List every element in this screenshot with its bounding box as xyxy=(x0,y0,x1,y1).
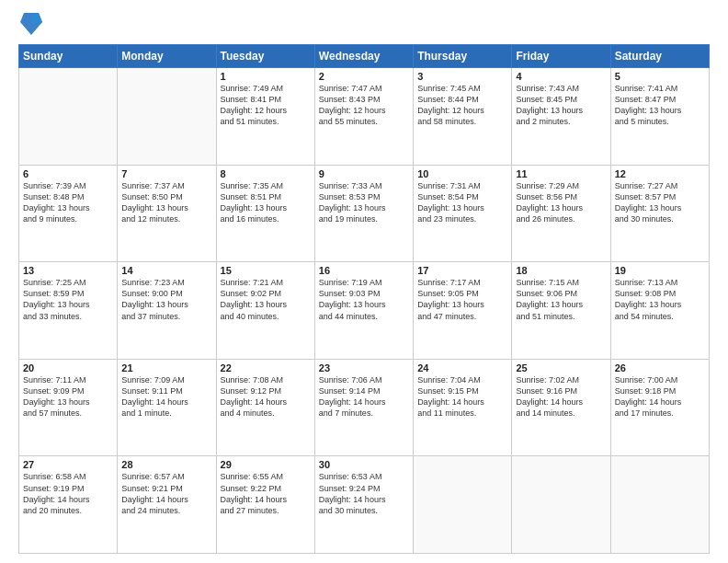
calendar-cell: 18Sunrise: 7:15 AM Sunset: 9:06 PM Dayli… xyxy=(512,262,610,360)
calendar-cell: 17Sunrise: 7:17 AM Sunset: 9:05 PM Dayli… xyxy=(414,262,512,360)
day-info: Sunrise: 7:27 AM Sunset: 8:57 PM Dayligh… xyxy=(615,180,705,225)
calendar-week-row: 1Sunrise: 7:49 AM Sunset: 8:41 PM Daylig… xyxy=(19,68,710,166)
calendar-cell: 11Sunrise: 7:29 AM Sunset: 8:56 PM Dayli… xyxy=(512,165,610,262)
day-number: 16 xyxy=(319,265,409,276)
weekday-header-row: Sunday Monday Tuesday Wednesday Thursday… xyxy=(19,45,710,68)
calendar-week-row: 6Sunrise: 7:39 AM Sunset: 8:48 PM Daylig… xyxy=(19,165,710,262)
day-info: Sunrise: 7:17 AM Sunset: 9:05 PM Dayligh… xyxy=(417,277,507,322)
day-number: 22 xyxy=(221,362,311,373)
calendar-cell: 23Sunrise: 7:06 AM Sunset: 9:14 PM Dayli… xyxy=(314,359,413,456)
day-number: 29 xyxy=(221,459,311,470)
day-number: 5 xyxy=(615,71,705,82)
day-info: Sunrise: 7:43 AM Sunset: 8:45 PM Dayligh… xyxy=(516,83,606,128)
calendar-cell: 10Sunrise: 7:31 AM Sunset: 8:54 PM Dayli… xyxy=(414,165,512,262)
day-info: Sunrise: 7:41 AM Sunset: 8:47 PM Dayligh… xyxy=(615,83,705,128)
calendar-cell: 22Sunrise: 7:08 AM Sunset: 9:12 PM Dayli… xyxy=(216,359,314,456)
day-info: Sunrise: 7:06 AM Sunset: 9:14 PM Dayligh… xyxy=(319,374,409,419)
logo xyxy=(18,17,42,35)
header-sunday: Sunday xyxy=(19,45,118,68)
calendar-cell: 26Sunrise: 7:00 AM Sunset: 9:18 PM Dayli… xyxy=(610,359,709,456)
day-number: 18 xyxy=(516,265,606,276)
header-monday: Monday xyxy=(118,45,216,68)
calendar-cell: 12Sunrise: 7:27 AM Sunset: 8:57 PM Dayli… xyxy=(610,165,709,262)
day-number: 8 xyxy=(221,168,311,179)
day-info: Sunrise: 7:35 AM Sunset: 8:51 PM Dayligh… xyxy=(221,180,311,225)
calendar-cell: 13Sunrise: 7:25 AM Sunset: 8:59 PM Dayli… xyxy=(19,262,118,360)
day-info: Sunrise: 7:33 AM Sunset: 8:53 PM Dayligh… xyxy=(319,180,409,225)
calendar-cell xyxy=(512,456,610,554)
calendar-cell: 2Sunrise: 7:47 AM Sunset: 8:43 PM Daylig… xyxy=(314,68,413,166)
header-saturday: Saturday xyxy=(610,45,709,68)
calendar-cell: 27Sunrise: 6:58 AM Sunset: 9:19 PM Dayli… xyxy=(19,456,118,554)
day-info: Sunrise: 7:09 AM Sunset: 9:11 PM Dayligh… xyxy=(121,374,211,419)
calendar-cell: 1Sunrise: 7:49 AM Sunset: 8:41 PM Daylig… xyxy=(216,68,314,166)
header-tuesday: Tuesday xyxy=(216,45,314,68)
day-info: Sunrise: 7:11 AM Sunset: 9:09 PM Dayligh… xyxy=(23,374,113,419)
day-number: 2 xyxy=(319,71,409,82)
calendar-cell: 4Sunrise: 7:43 AM Sunset: 8:45 PM Daylig… xyxy=(512,68,610,166)
day-number: 27 xyxy=(23,459,113,470)
day-number: 7 xyxy=(121,168,211,179)
calendar-table: Sunday Monday Tuesday Wednesday Thursday… xyxy=(18,44,710,554)
day-info: Sunrise: 6:58 AM Sunset: 9:19 PM Dayligh… xyxy=(23,471,113,516)
calendar-cell: 20Sunrise: 7:11 AM Sunset: 9:09 PM Dayli… xyxy=(19,359,118,456)
day-number: 17 xyxy=(417,265,507,276)
calendar-cell: 5Sunrise: 7:41 AM Sunset: 8:47 PM Daylig… xyxy=(610,68,709,166)
day-number: 15 xyxy=(221,265,311,276)
day-info: Sunrise: 7:04 AM Sunset: 9:15 PM Dayligh… xyxy=(417,374,507,419)
day-info: Sunrise: 7:21 AM Sunset: 9:02 PM Dayligh… xyxy=(221,277,311,322)
calendar-cell xyxy=(118,68,216,166)
day-number: 10 xyxy=(417,168,507,179)
calendar-cell: 30Sunrise: 6:53 AM Sunset: 9:24 PM Dayli… xyxy=(314,456,413,554)
header-thursday: Thursday xyxy=(414,45,512,68)
calendar-cell: 6Sunrise: 7:39 AM Sunset: 8:48 PM Daylig… xyxy=(19,165,118,262)
day-number: 25 xyxy=(516,362,606,373)
calendar-cell xyxy=(19,68,118,166)
day-info: Sunrise: 7:13 AM Sunset: 9:08 PM Dayligh… xyxy=(615,277,705,322)
day-number: 20 xyxy=(23,362,113,373)
calendar-week-row: 13Sunrise: 7:25 AM Sunset: 8:59 PM Dayli… xyxy=(19,262,710,360)
day-number: 23 xyxy=(319,362,409,373)
day-number: 21 xyxy=(121,362,211,373)
day-info: Sunrise: 7:31 AM Sunset: 8:54 PM Dayligh… xyxy=(417,180,507,225)
calendar-cell: 28Sunrise: 6:57 AM Sunset: 9:21 PM Dayli… xyxy=(118,456,216,554)
calendar-cell: 8Sunrise: 7:35 AM Sunset: 8:51 PM Daylig… xyxy=(216,165,314,262)
day-info: Sunrise: 7:08 AM Sunset: 9:12 PM Dayligh… xyxy=(221,374,311,419)
day-info: Sunrise: 7:15 AM Sunset: 9:06 PM Dayligh… xyxy=(516,277,606,322)
day-number: 12 xyxy=(615,168,705,179)
day-info: Sunrise: 7:23 AM Sunset: 9:00 PM Dayligh… xyxy=(121,277,211,322)
day-number: 9 xyxy=(319,168,409,179)
calendar-cell: 24Sunrise: 7:04 AM Sunset: 9:15 PM Dayli… xyxy=(414,359,512,456)
logo-icon xyxy=(20,9,42,35)
day-info: Sunrise: 6:53 AM Sunset: 9:24 PM Dayligh… xyxy=(319,471,409,516)
day-info: Sunrise: 7:45 AM Sunset: 8:44 PM Dayligh… xyxy=(417,83,507,128)
calendar-week-row: 27Sunrise: 6:58 AM Sunset: 9:19 PM Dayli… xyxy=(19,456,710,554)
day-number: 3 xyxy=(417,71,507,82)
day-number: 30 xyxy=(319,459,409,470)
day-info: Sunrise: 7:37 AM Sunset: 8:50 PM Dayligh… xyxy=(121,180,211,225)
calendar-cell: 15Sunrise: 7:21 AM Sunset: 9:02 PM Dayli… xyxy=(216,262,314,360)
calendar-cell xyxy=(414,456,512,554)
calendar-cell: 7Sunrise: 7:37 AM Sunset: 8:50 PM Daylig… xyxy=(118,165,216,262)
day-info: Sunrise: 7:25 AM Sunset: 8:59 PM Dayligh… xyxy=(23,277,113,322)
header-wednesday: Wednesday xyxy=(314,45,413,68)
day-info: Sunrise: 7:19 AM Sunset: 9:03 PM Dayligh… xyxy=(319,277,409,322)
day-info: Sunrise: 7:00 AM Sunset: 9:18 PM Dayligh… xyxy=(615,374,705,419)
calendar-cell: 19Sunrise: 7:13 AM Sunset: 9:08 PM Dayli… xyxy=(610,262,709,360)
day-info: Sunrise: 7:49 AM Sunset: 8:41 PM Dayligh… xyxy=(221,83,311,128)
day-number: 24 xyxy=(417,362,507,373)
day-info: Sunrise: 7:02 AM Sunset: 9:16 PM Dayligh… xyxy=(516,374,606,419)
header xyxy=(18,17,710,35)
calendar-week-row: 20Sunrise: 7:11 AM Sunset: 9:09 PM Dayli… xyxy=(19,359,710,456)
calendar-cell: 25Sunrise: 7:02 AM Sunset: 9:16 PM Dayli… xyxy=(512,359,610,456)
day-number: 19 xyxy=(615,265,705,276)
day-info: Sunrise: 7:29 AM Sunset: 8:56 PM Dayligh… xyxy=(516,180,606,225)
calendar-cell xyxy=(610,456,709,554)
day-number: 13 xyxy=(23,265,113,276)
calendar-page: Sunday Monday Tuesday Wednesday Thursday… xyxy=(0,0,728,563)
day-number: 28 xyxy=(121,459,211,470)
day-number: 26 xyxy=(615,362,705,373)
day-number: 14 xyxy=(121,265,211,276)
calendar-cell: 29Sunrise: 6:55 AM Sunset: 9:22 PM Dayli… xyxy=(216,456,314,554)
day-info: Sunrise: 7:47 AM Sunset: 8:43 PM Dayligh… xyxy=(319,83,409,128)
